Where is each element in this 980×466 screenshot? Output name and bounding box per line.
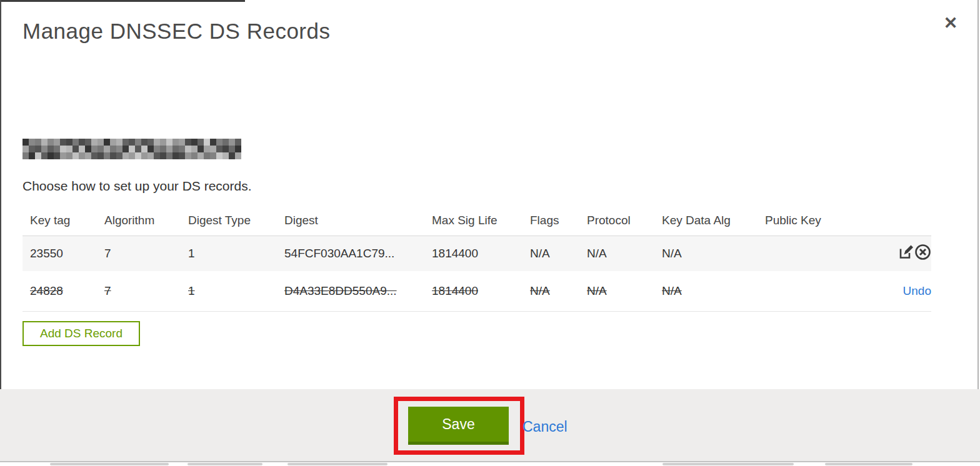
col-max-sig-life: Max Sig Life (424, 206, 522, 235)
col-public-key: Public Key (758, 206, 864, 235)
col-digest: Digest (277, 206, 424, 235)
close-icon[interactable]: ✕ (940, 12, 961, 34)
cell-key-tag: 23550 (22, 235, 97, 271)
cell-key-data-alg: N/A (654, 271, 758, 311)
background-page-remnant (188, 463, 262, 465)
cell-max-sig-life: 1814400 (424, 271, 522, 311)
cell-digest-type: 1 (181, 235, 277, 271)
col-actions (864, 206, 931, 235)
row-actions: Undo (864, 271, 931, 311)
col-protocol: Protocol (579, 206, 654, 235)
row-actions (864, 235, 931, 271)
col-flags: Flags (522, 206, 579, 235)
cancel-link[interactable]: Cancel (522, 419, 568, 435)
col-digest-type: Digest Type (181, 206, 277, 235)
col-algorithm: Algorithm (97, 206, 181, 235)
modal-bottom-border (0, 461, 980, 462)
background-page-remnant (288, 463, 388, 465)
dialog-footer: Save Cancel (0, 389, 980, 462)
cell-digest: 54FCF030AA1C79... (277, 235, 424, 271)
cell-protocol: N/A (579, 235, 654, 271)
cell-digest-type: 1 (181, 271, 277, 311)
background-page-remnant (825, 463, 912, 465)
window-edge-top (0, 0, 245, 2)
save-button[interactable]: Save (408, 407, 509, 445)
cell-protocol: N/A (579, 271, 654, 311)
background-page-remnant (662, 463, 794, 465)
add-ds-record-button[interactable]: Add DS Record (22, 321, 140, 346)
table-row: 23550 7 1 54FCF030AA1C79... 1814400 N/A … (22, 235, 931, 271)
col-key-data-alg: Key Data Alg (654, 206, 758, 235)
table-header-row: Key tag Algorithm Digest Type Digest Max… (22, 206, 931, 235)
cell-key-data-alg: N/A (654, 235, 758, 271)
cell-max-sig-life: 1814400 (424, 235, 522, 271)
cell-algorithm: 7 (97, 271, 181, 311)
undo-link[interactable]: Undo (903, 284, 931, 297)
red-highlight-annotation: Save (394, 397, 524, 455)
cell-algorithm: 7 (97, 235, 181, 271)
edit-icon[interactable] (898, 244, 914, 264)
col-key-tag: Key tag (22, 206, 97, 235)
cell-digest: D4A33E8DD550A9... (277, 271, 424, 311)
intro-text: Choose how to set up your DS records. (22, 179, 252, 194)
cell-public-key (758, 271, 864, 311)
page-title: Manage DNSSEC DS Records (22, 19, 330, 44)
cell-flags: N/A (522, 271, 579, 311)
cell-public-key (758, 235, 864, 271)
redacted-domain-name (22, 139, 241, 159)
background-page-remnant (50, 463, 169, 465)
table-row-deleted: 24828 7 1 D4A33E8DD550A9... 1814400 N/A … (22, 271, 931, 311)
ds-records-table: Key tag Algorithm Digest Type Digest Max… (22, 206, 931, 312)
delete-icon[interactable] (914, 244, 931, 264)
cell-key-tag: 24828 (22, 271, 97, 311)
manage-dnssec-dialog: Manage DNSSEC DS Records ✕ Choose how to… (0, 0, 980, 466)
cell-flags: N/A (522, 235, 579, 271)
